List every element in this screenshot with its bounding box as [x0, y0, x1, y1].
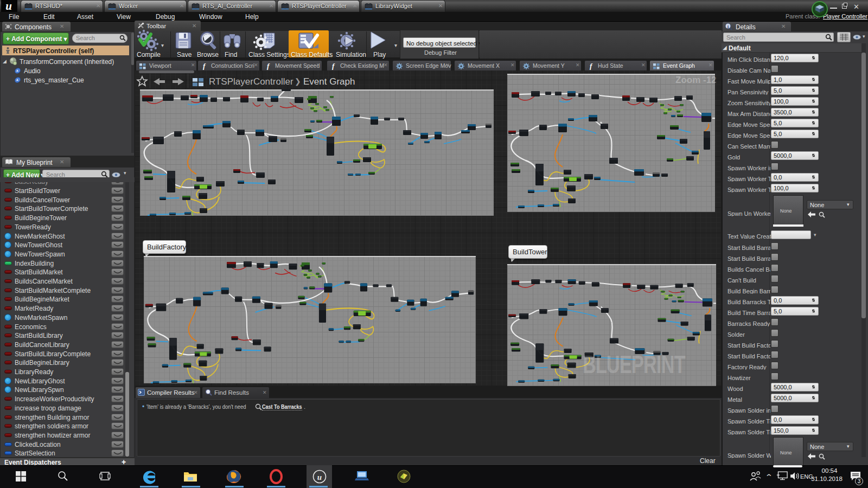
svg-text:u: u: [5, 0, 12, 12]
svg-text:u: u: [317, 473, 322, 481]
